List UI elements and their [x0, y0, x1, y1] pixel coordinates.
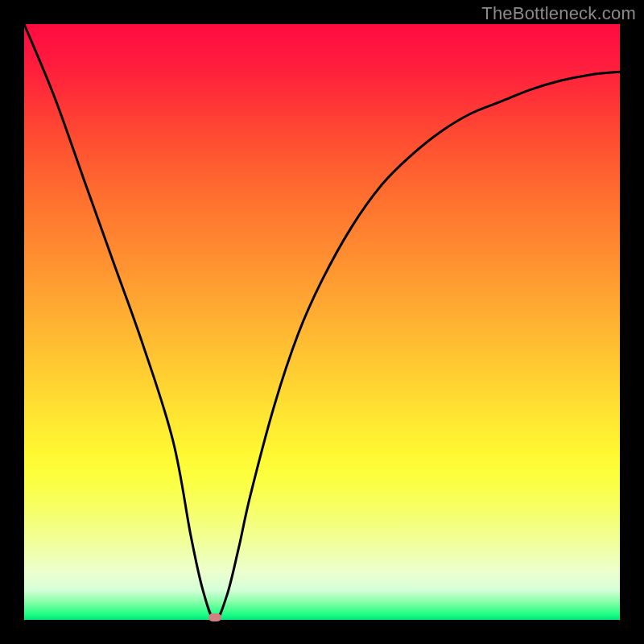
watermark-text: TheBottleneck.com — [481, 3, 636, 24]
chart-frame: TheBottleneck.com — [0, 0, 644, 644]
minimum-marker — [208, 613, 221, 621]
chart-plot-area — [24, 24, 620, 620]
